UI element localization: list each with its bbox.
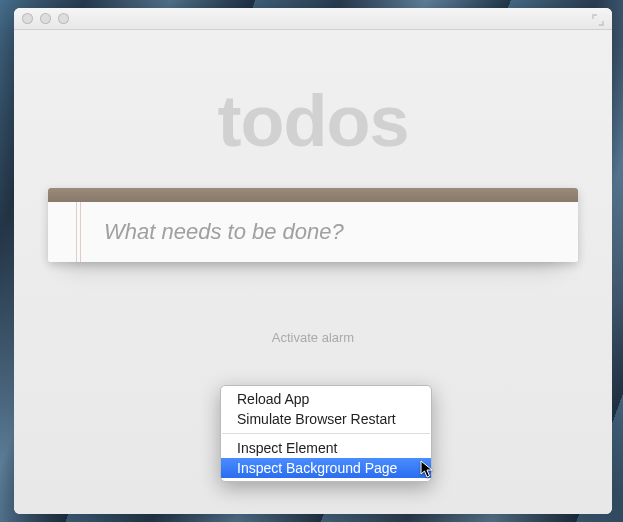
notebook-margin-lines [48,202,86,262]
todo-header-bar [48,188,578,202]
zoom-window-button[interactable] [58,13,69,24]
app-title: todos [218,80,409,162]
menu-item-inspect-element[interactable]: Inspect Element [221,438,431,458]
menu-divider [222,433,430,434]
minimize-window-button[interactable] [40,13,51,24]
menu-item-inspect-background-page[interactable]: Inspect Background Page [221,458,431,478]
menu-item-reload-app[interactable]: Reload App [221,389,431,409]
traffic-lights [22,13,69,24]
app-window: todos Activate alarm Reload App Simulate… [14,8,612,514]
todo-input-row [48,202,578,262]
todo-card [48,188,578,262]
new-todo-input[interactable] [86,202,578,262]
activate-alarm-link[interactable]: Activate alarm [272,330,354,345]
app-content: todos Activate alarm Reload App Simulate… [14,30,612,514]
window-titlebar[interactable] [14,8,612,30]
context-menu: Reload App Simulate Browser Restart Insp… [220,385,432,482]
close-window-button[interactable] [22,13,33,24]
cursor-pointer-icon [420,460,436,480]
fullscreen-icon[interactable] [592,12,604,24]
menu-item-simulate-restart[interactable]: Simulate Browser Restart [221,409,431,429]
